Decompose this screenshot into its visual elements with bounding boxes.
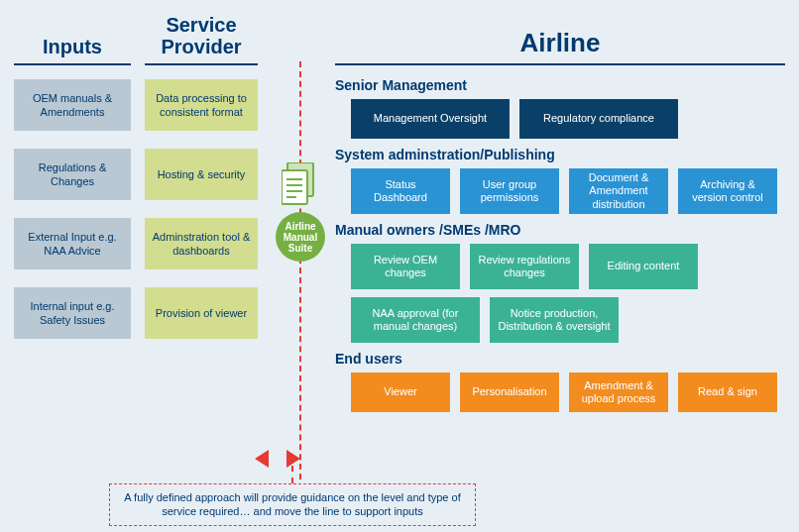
section-senior-title: Senior Management [335, 77, 785, 93]
owners-card: Review regulations changes [470, 244, 579, 289]
provider-title: Service Provider [145, 14, 258, 57]
footnote-connector [291, 466, 293, 483]
arrow-right-icon [286, 450, 300, 468]
boundary-line [299, 61, 301, 479]
owners-card: Review OEM changes [351, 244, 460, 289]
provider-column: Service Provider Data processing to cons… [145, 14, 258, 420]
section-system-title: System adminstration/Publishing [335, 147, 785, 162]
document-icon [282, 162, 319, 214]
airline-title: Airline [335, 14, 785, 57]
input-box: OEM manuals & Amendments [14, 79, 131, 131]
system-row: Status Dashboard User group permissions … [351, 168, 785, 214]
system-card: Document & Amendment distribution [569, 168, 668, 214]
input-box: Internal input e.g. Safety Issues [14, 287, 131, 339]
arrow-left-icon [255, 450, 269, 468]
section-end-title: End users [335, 351, 785, 367]
input-box: Regulations & Changes [14, 149, 131, 200]
inputs-column: Inputs OEM manuals & Amendments Regulati… [14, 14, 131, 420]
provider-box: Data processing to consistent format [145, 79, 258, 131]
input-box: External Input e.g. NAA Advice [14, 218, 131, 269]
section-owners-title: Manual owners /SMEs /MRO [335, 222, 785, 238]
senior-card: Regulatory compliance [519, 99, 678, 139]
suite-column: Airline Manual Suite [268, 14, 327, 420]
airline-divider [335, 63, 785, 65]
suite-badge: Airline Manual Suite [276, 212, 325, 262]
end-card: Viewer [351, 372, 450, 412]
end-row: Viewer Personalisation Amendment & uploa… [351, 372, 785, 412]
owners-row2: NAA approval (for manual changes) Notice… [351, 297, 785, 343]
end-card: Personalisation [460, 372, 559, 412]
footnote: A fully defined approach will provide gu… [109, 483, 476, 526]
svg-rect-1 [282, 170, 307, 204]
boundary-arrows [255, 450, 300, 468]
senior-card: Management Oversight [351, 99, 510, 139]
provider-box: Hosting & security [145, 149, 258, 200]
system-card: User group permissions [460, 168, 559, 214]
owners-card: Notice production, Distribution & oversi… [490, 297, 619, 343]
provider-box: Provision of viewer [145, 287, 258, 339]
end-card: Amendment & upload process [569, 372, 668, 412]
owners-card: NAA approval (for manual changes) [351, 297, 480, 343]
owners-card: Editing content [589, 244, 698, 289]
system-card: Archiving & version control [678, 168, 777, 214]
system-card: Status Dashboard [351, 168, 450, 214]
airline-column: Airline Senior Management Management Ove… [327, 14, 785, 420]
inputs-title: Inputs [43, 14, 102, 57]
senior-row: Management Oversight Regulatory complian… [351, 99, 785, 139]
provider-divider [145, 63, 258, 65]
owners-row1: Review OEM changes Review regulations ch… [351, 244, 785, 289]
inputs-divider [14, 63, 131, 65]
provider-box: Adminstration tool & dashboards [145, 218, 258, 269]
end-card: Read & sign [678, 372, 777, 412]
